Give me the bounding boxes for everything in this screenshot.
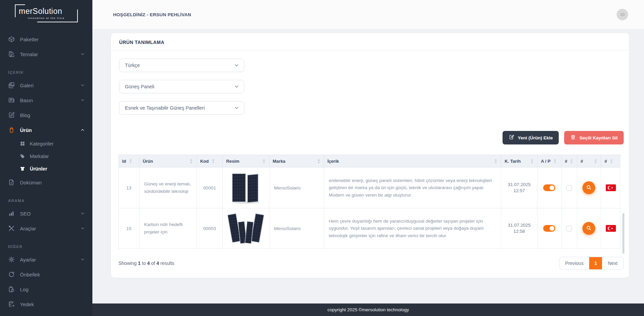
document-plus-icon bbox=[509, 134, 514, 141]
toggle-knob bbox=[550, 226, 554, 231]
col-label: # bbox=[565, 159, 567, 164]
active-toggle[interactable] bbox=[543, 225, 555, 232]
products-table: Id Ürün Kod Resim Marka İçerik K. Tarih … bbox=[118, 155, 620, 249]
copyright-text: copyright 2025 ©mersolution technology bbox=[327, 307, 409, 312]
cell-code: 00003 bbox=[197, 208, 223, 249]
pagination-next[interactable]: Next bbox=[602, 257, 623, 269]
sort-icon bbox=[190, 159, 193, 164]
chevron-down-icon bbox=[80, 211, 85, 216]
sort-icon bbox=[212, 159, 215, 164]
sidebar-item-label: Blog bbox=[20, 112, 30, 118]
summary-text: to bbox=[142, 261, 146, 266]
col-header-ap[interactable]: A / P bbox=[537, 155, 561, 167]
chevron-down-icon bbox=[80, 83, 85, 88]
active-toggle[interactable] bbox=[543, 184, 555, 191]
table-header-row: Id Ürün Kod Resim Marka İçerik K. Tarih … bbox=[119, 155, 620, 167]
table-row: 13 Güneş ve enerji temalı, sürdürülebili… bbox=[119, 167, 620, 208]
row-search-button[interactable] bbox=[582, 181, 595, 194]
page-title: ÜRÜN TANIMLAMA bbox=[119, 40, 164, 45]
sidebar-item-log[interactable]: Log bbox=[0, 282, 92, 297]
cell-search bbox=[577, 167, 601, 208]
add-product-button[interactable]: Yeni (Ürün) Ekle bbox=[503, 131, 559, 144]
turkish-flag-icon[interactable] bbox=[606, 184, 616, 191]
subcategory-select[interactable]: Esnek ve Taşınabilir Güneş Panelleri bbox=[119, 101, 244, 115]
col-header-hash-2[interactable]: # bbox=[577, 155, 601, 167]
table-row: 15 Karbon nötr hedefli projeler için 000… bbox=[119, 208, 620, 249]
sidebar-item-label: Paketler bbox=[20, 37, 39, 42]
toggle-knob bbox=[550, 185, 554, 190]
pagination: Previous 1 Next bbox=[559, 257, 624, 270]
sidebar-item-label: Yedek bbox=[20, 301, 34, 307]
category-select[interactable]: Güneş Paneli bbox=[119, 80, 244, 93]
col-header-hash-1[interactable]: # bbox=[561, 155, 577, 167]
pagination-previous[interactable]: Previous bbox=[559, 257, 589, 269]
col-header-hash-3[interactable]: # bbox=[601, 155, 620, 167]
col-header-resim[interactable]: Resim bbox=[223, 155, 269, 167]
cell-active-toggle bbox=[537, 167, 561, 208]
col-header-marka[interactable]: Marka bbox=[269, 155, 324, 167]
col-header-icerik[interactable]: İçerik bbox=[324, 155, 501, 167]
summary-text: of bbox=[151, 261, 155, 266]
time-value: 12:58 bbox=[506, 228, 532, 234]
sidebar-item-temalar[interactable]: Temalar bbox=[0, 47, 92, 62]
sidebar-item-label: Önbellek bbox=[20, 272, 40, 277]
row-select-checkbox[interactable] bbox=[566, 226, 572, 231]
sidebar-item-blog[interactable]: Blog bbox=[0, 108, 92, 122]
col-label: Marka bbox=[273, 159, 286, 164]
sidebar-item-galeri[interactable]: Galeri bbox=[0, 78, 92, 93]
subcategory-select-value: Esnek ve Taşınabilir Güneş Panelleri bbox=[125, 105, 205, 111]
sidebar-item-araclar[interactable]: Araçlar bbox=[0, 221, 92, 236]
pagination-page-1[interactable]: 1 bbox=[589, 257, 602, 269]
trash-icon bbox=[570, 134, 576, 141]
row-select-checkbox[interactable] bbox=[566, 185, 572, 191]
table-scrollbar[interactable] bbox=[622, 213, 624, 254]
sidebar-item-yedek[interactable]: Yedek bbox=[0, 297, 92, 312]
database-icon bbox=[8, 301, 15, 308]
col-label: K. Tarih bbox=[505, 159, 520, 164]
sidebar-item-kategoriler[interactable]: Kategoriler bbox=[0, 137, 92, 150]
logo-bracket-right bbox=[37, 9, 78, 22]
sidebar-item-paketler[interactable]: Paketler bbox=[0, 32, 92, 47]
cell-checkbox bbox=[561, 167, 577, 208]
col-label: # bbox=[604, 159, 607, 164]
date-value: 31.07.2025 bbox=[506, 182, 532, 188]
row-search-button[interactable] bbox=[582, 222, 595, 235]
add-product-label: Yeni (Ürün) Ekle bbox=[518, 135, 553, 140]
summary-text: results bbox=[160, 261, 174, 266]
topbar: HOŞGELDİNİZ - ERSUN PEHLİVAN bbox=[92, 0, 644, 29]
summary-to: 4 bbox=[147, 261, 150, 266]
col-header-urun[interactable]: Ürün bbox=[139, 155, 197, 167]
search-icon bbox=[586, 184, 592, 191]
sort-icon bbox=[129, 159, 132, 164]
pencil-square-icon bbox=[8, 112, 15, 118]
sidebar-item-urun[interactable]: Ürün bbox=[0, 122, 92, 137]
sidebar-item-seo[interactable]: SEO bbox=[0, 206, 92, 221]
sidebar-item-ayarlar[interactable]: Ayarlar bbox=[0, 252, 92, 267]
sidebar-item-markalar[interactable]: Markalar bbox=[0, 150, 92, 162]
delete-selected-button[interactable]: Seçili Kayıtları Sil bbox=[564, 131, 624, 144]
cell-image bbox=[223, 208, 269, 249]
sidebar-item-urunler[interactable]: Ürünler bbox=[0, 162, 92, 175]
col-header-kod[interactable]: Kod bbox=[197, 155, 223, 167]
chevron-down-icon bbox=[80, 257, 85, 262]
cell-language-flag bbox=[601, 167, 620, 208]
turkish-flag-icon[interactable] bbox=[606, 225, 616, 232]
col-label: Ürün bbox=[143, 159, 153, 164]
cell-date: 31.07.2025 12:57 bbox=[501, 167, 537, 208]
sidebar-item-dokuman[interactable]: Doküman bbox=[0, 175, 92, 190]
sidebar: merSolution Innovation at the Core Paket… bbox=[0, 0, 92, 316]
chevron-down-icon bbox=[234, 84, 239, 89]
user-avatar-button[interactable] bbox=[617, 9, 628, 20]
page-content: ÜRÜN TANIMLAMA Türkçe Güneş Paneli Esnek… bbox=[92, 29, 644, 303]
col-header-id[interactable]: Id bbox=[119, 155, 139, 167]
language-select[interactable]: Türkçe bbox=[119, 59, 244, 72]
sidebar-item-label: SEO bbox=[20, 211, 31, 217]
sidebar-item-onbellek[interactable]: Önbellek bbox=[0, 267, 92, 282]
col-header-tarih[interactable]: K. Tarih bbox=[501, 155, 537, 167]
cell-image bbox=[223, 167, 269, 208]
sidebar-item-basin[interactable]: Basın bbox=[0, 93, 92, 108]
date-value: 31.07.2025 bbox=[506, 222, 532, 228]
col-label: # bbox=[581, 159, 583, 164]
summary-from: 1 bbox=[138, 261, 141, 266]
sort-icon bbox=[594, 159, 597, 164]
